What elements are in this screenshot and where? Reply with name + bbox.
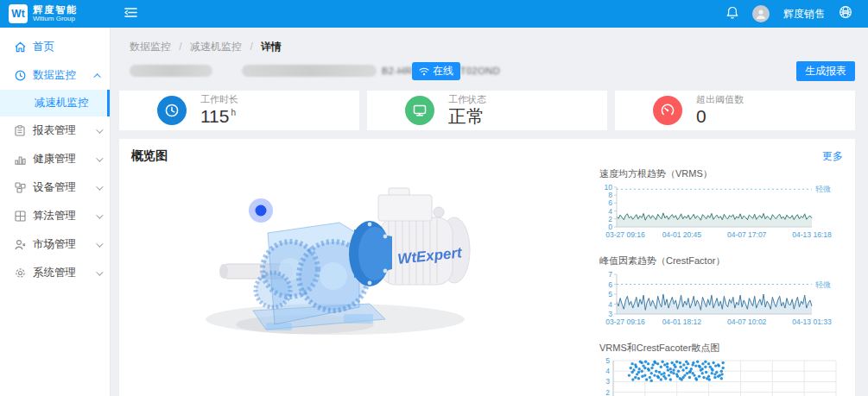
sidebar-item-label: 报表管理 bbox=[33, 123, 76, 138]
overview-title: 概览图 bbox=[131, 148, 168, 164]
stat-card-working-hours: 工作时长 115h bbox=[119, 91, 359, 130]
sidebar-nav: 首页 数据监控 减速机监控 报表管理 健康管理 设备管理 算法管理 市场管理 系… bbox=[0, 28, 111, 396]
breadcrumb-current: 详情 bbox=[261, 41, 282, 53]
brand-logo-mark: Wt bbox=[9, 4, 28, 23]
sidebar-item-gearbox-monitor[interactable]: 减速机监控 bbox=[0, 90, 110, 116]
status-badge: 在线 bbox=[412, 62, 460, 80]
svg-text:5: 5 bbox=[605, 357, 610, 365]
svg-text:04-01 18:12: 04-01 18:12 bbox=[662, 317, 702, 326]
gearbox-3d-view: WtExpert bbox=[136, 179, 499, 352]
bell-icon[interactable] bbox=[726, 6, 738, 22]
sidebar-item-home[interactable]: 首页 bbox=[0, 33, 110, 61]
chevron-down-icon bbox=[96, 268, 103, 275]
user-name[interactable]: 辉度销售 bbox=[783, 7, 825, 22]
chevron-up-icon bbox=[93, 73, 100, 80]
svg-text:2: 2 bbox=[608, 215, 612, 223]
stat-value: 0 bbox=[696, 106, 744, 127]
svg-text:04-01 20:45: 04-01 20:45 bbox=[662, 230, 702, 239]
svg-text:7: 7 bbox=[608, 270, 612, 279]
sidebar-item-label: 设备管理 bbox=[33, 180, 76, 195]
device-icon bbox=[14, 182, 26, 194]
svg-text:03-27 09:16: 03-27 09:16 bbox=[605, 317, 645, 326]
sidebar-item-market[interactable]: 市场管理 bbox=[0, 230, 110, 259]
sidebar-item-devices[interactable]: 设备管理 bbox=[0, 173, 110, 202]
svg-text:3: 3 bbox=[605, 377, 610, 386]
svg-text:5: 5 bbox=[608, 290, 612, 299]
svg-text:6: 6 bbox=[608, 280, 612, 289]
breadcrumb-data-monitor[interactable]: 数据监控 bbox=[130, 41, 171, 53]
user-avatar[interactable] bbox=[752, 5, 770, 22]
svg-text:轻微: 轻微 bbox=[815, 280, 831, 289]
brand-logo: Wt 辉度智能 Witium Group bbox=[0, 0, 111, 28]
vrms-trend-chart: 速度均方根趋势（VRMS） 024681003-27 09:1604-01 20… bbox=[599, 167, 843, 243]
breadcrumb-separator: / bbox=[250, 41, 252, 53]
stats-row: 工作时长 115h 工作状态 正常 超出阈值数 0 bbox=[119, 91, 855, 130]
sidebar-item-algorithms[interactable]: 算法管理 bbox=[0, 202, 110, 230]
clock-icon bbox=[157, 96, 187, 125]
globe-icon[interactable] bbox=[839, 5, 852, 22]
overview-card: 概览图 更多 bbox=[119, 139, 855, 396]
brand-name-en: Witium Group bbox=[33, 16, 78, 22]
svg-text:04-13 01:33: 04-13 01:33 bbox=[792, 317, 832, 326]
sidebar-subitem-label: 减速机监控 bbox=[35, 96, 89, 110]
svg-text:6: 6 bbox=[608, 198, 612, 207]
market-icon bbox=[14, 239, 26, 251]
sidebar-item-label: 健康管理 bbox=[33, 152, 76, 167]
chart-title: 速度均方根趋势（VRMS） bbox=[599, 167, 843, 180]
chevron-down-icon bbox=[96, 154, 103, 161]
sidebar-item-label: 系统管理 bbox=[33, 266, 76, 280]
vrms-chart-canvas: 024681003-27 09:1604-01 20:4504-07 17:07… bbox=[599, 183, 843, 240]
data-monitor-icon bbox=[14, 70, 26, 82]
device-name-redacted bbox=[130, 65, 212, 77]
chart-title: VRMS和CrestFacoter散点图 bbox=[599, 342, 843, 355]
svg-text:04-07 17:07: 04-07 17:07 bbox=[727, 230, 767, 239]
svg-text:轻微: 轻微 bbox=[815, 185, 831, 193]
crestfactor-trend-chart: 峰值因素趋势（CrestFactor） 3456703-27 09:1604-0… bbox=[599, 255, 843, 330]
mini-charts-column: 速度均方根趋势（VRMS） 024681003-27 09:1604-01 20… bbox=[599, 167, 843, 396]
sidebar-item-system[interactable]: 系统管理 bbox=[0, 259, 110, 287]
svg-text:4: 4 bbox=[608, 300, 612, 309]
stat-card-threshold-exceeded: 超出阈值数 0 bbox=[615, 91, 855, 130]
scatter-chart-canvas: 01234501234567 bbox=[599, 357, 843, 396]
home-icon bbox=[14, 41, 26, 53]
svg-text:04-13 16:18: 04-13 16:18 bbox=[792, 230, 832, 239]
top-header: Wt 辉度智能 Witium Group 辉度销售 bbox=[0, 0, 868, 28]
menu-fold-icon[interactable] bbox=[124, 6, 137, 22]
chevron-down-icon bbox=[96, 240, 103, 247]
overview-more-link[interactable]: 更多 bbox=[822, 149, 843, 164]
gear-icon bbox=[14, 267, 26, 280]
svg-text:2: 2 bbox=[605, 388, 610, 396]
chevron-down-icon bbox=[96, 183, 103, 190]
report-icon bbox=[14, 125, 26, 137]
svg-text:4: 4 bbox=[608, 207, 612, 216]
sidebar-item-reports[interactable]: 报表管理 bbox=[0, 116, 110, 145]
breadcrumb-separator: / bbox=[179, 41, 181, 53]
main-content: 数据监控 / 减速机监控 / 详情 B2-HRYYJ0000TT02OND 在线… bbox=[111, 28, 868, 396]
gauge-icon bbox=[653, 96, 682, 125]
health-icon bbox=[14, 154, 26, 166]
device-title-row: B2-HRYYJ0000TT02OND 在线 生成报表 bbox=[130, 62, 855, 83]
breadcrumb: 数据监控 / 减速机监控 / 详情 bbox=[111, 28, 868, 54]
svg-text:10: 10 bbox=[605, 183, 613, 192]
sidebar-item-label: 首页 bbox=[33, 40, 54, 54]
stat-value: 正常 bbox=[448, 106, 486, 127]
generate-report-button[interactable]: 生成报表 bbox=[796, 61, 855, 81]
device-name-redacted bbox=[242, 65, 377, 77]
breadcrumb-gearbox-monitor[interactable]: 减速机监控 bbox=[190, 41, 242, 53]
stat-card-working-status: 工作状态 正常 bbox=[367, 91, 607, 130]
chevron-down-icon bbox=[96, 211, 103, 218]
chart-title: 峰值因素趋势（CrestFactor） bbox=[599, 255, 843, 267]
monitor-icon bbox=[405, 96, 434, 125]
svg-text:8: 8 bbox=[608, 191, 612, 199]
svg-text:04-07 10:02: 04-07 10:02 bbox=[727, 317, 767, 326]
crestfactor-chart-canvas: 3456703-27 09:1604-01 18:1204-07 10:0204… bbox=[599, 270, 843, 327]
wifi-icon bbox=[419, 67, 429, 76]
stat-label: 超出阈值数 bbox=[696, 93, 744, 106]
sidebar-item-label: 市场管理 bbox=[33, 237, 76, 252]
sidebar-item-health[interactable]: 健康管理 bbox=[0, 145, 110, 173]
sidebar-item-data-monitor[interactable]: 数据监控 bbox=[0, 61, 110, 90]
measure-point-marker[interactable] bbox=[249, 198, 273, 223]
svg-text:4: 4 bbox=[605, 367, 610, 375]
brand-name-cn: 辉度智能 bbox=[33, 5, 78, 16]
stat-label: 工作状态 bbox=[448, 93, 486, 106]
